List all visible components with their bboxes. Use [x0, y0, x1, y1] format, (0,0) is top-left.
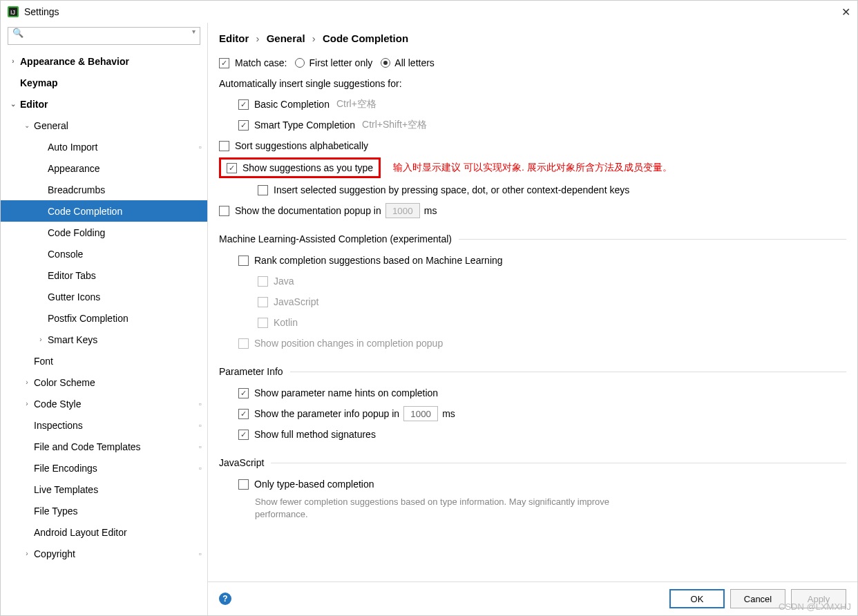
insert-selected-checkbox[interactable]: [258, 185, 268, 195]
basic-completion-checkbox[interactable]: [238, 99, 249, 110]
tree-item-smart-keys[interactable]: ›Smart Keys: [1, 329, 207, 350]
tree-item-editor[interactable]: ⌄Editor: [1, 93, 207, 115]
tree-label: Editor: [20, 99, 48, 110]
tree-item-gutter-icons[interactable]: Gutter Icons: [1, 286, 207, 307]
breadcrumb-item[interactable]: Editor: [219, 32, 249, 44]
page-badge-icon: ▫: [199, 399, 202, 409]
search-input[interactable]: 🔍 ▾: [8, 27, 200, 45]
tree-label: Code Completion: [48, 206, 122, 217]
ml-lang-checkbox: [258, 318, 268, 328]
tree-arrow-icon: ›: [23, 378, 31, 386]
param-popup-checkbox[interactable]: [238, 409, 249, 419]
tree-item-general[interactable]: ⌄General: [1, 115, 207, 136]
search-options-icon[interactable]: ▾: [192, 28, 196, 35]
param-delay-input[interactable]: [403, 406, 438, 421]
tree-item-keymap[interactable]: Keymap: [1, 72, 207, 93]
first-letter-radio[interactable]: [295, 58, 305, 68]
close-icon[interactable]: ✕: [841, 6, 850, 19]
tree-label: Editor Tabs: [48, 270, 96, 281]
help-icon[interactable]: ?: [219, 593, 231, 605]
cancel-button[interactable]: Cancel: [730, 589, 785, 608]
tree-label: Smart Keys: [48, 334, 97, 345]
tree-item-postfix-completion[interactable]: Postfix Completion: [1, 307, 207, 329]
tree-arrow-icon: ›: [37, 336, 45, 343]
tree-label: Postfix Completion: [48, 313, 128, 324]
tree-arrow-icon: ⌄: [9, 100, 17, 108]
page-badge-icon: ▫: [199, 421, 202, 430]
titlebar: IJ Settings ✕: [1, 1, 857, 23]
tree-arrow-icon: ›: [23, 400, 31, 407]
breadcrumb: Editor › General › Code Completion: [208, 23, 857, 51]
tree-label: Keymap: [20, 77, 57, 88]
tree-label: File Encodings: [34, 463, 97, 474]
tree-item-inspections[interactable]: Inspections▫: [1, 414, 207, 436]
ml-lang-checkbox: [258, 276, 268, 287]
breadcrumb-item: Code Completion: [323, 32, 408, 44]
tree-arrow-icon: ⌄: [23, 122, 31, 129]
tree-item-code-folding[interactable]: Code Folding: [1, 222, 207, 243]
search-icon: 🔍: [12, 28, 23, 38]
doc-delay-input[interactable]: [385, 203, 420, 218]
tree-arrow-icon: ›: [23, 550, 31, 557]
tree-label: Inspections: [34, 420, 83, 431]
ml-lang-checkbox: [258, 297, 268, 307]
full-sig-label: Show full method signatures: [254, 429, 376, 440]
ok-button[interactable]: OK: [669, 589, 725, 608]
ml-section-title: Machine Learning-Assisted Completion (ex…: [219, 233, 452, 244]
auto-insert-label: Automatically insert single suggestions …: [219, 78, 402, 89]
basic-completion-label: Basic Completion: [254, 99, 330, 110]
tree-label: Breadcrumbs: [48, 184, 105, 195]
sort-alpha-label: Sort suggestions alphabetically: [235, 140, 368, 151]
tree-item-file-types[interactable]: File Types: [1, 500, 207, 521]
annotation-text: 输入时显示建议 可以实现对象. 展示此对象所含方法及成员变量。: [393, 162, 672, 174]
tree-item-auto-import[interactable]: Auto Import▫: [1, 136, 207, 157]
only-type-label: Only type-based completion: [254, 479, 374, 490]
smart-completion-label: Smart Type Completion: [254, 119, 355, 131]
app-icon: IJ: [8, 6, 19, 17]
tree-label: General: [34, 120, 68, 131]
tree-label: Font: [34, 356, 53, 367]
rank-ml-checkbox[interactable]: [238, 256, 249, 266]
only-type-checkbox[interactable]: [238, 479, 249, 490]
match-case-checkbox[interactable]: [219, 58, 229, 68]
tree-label: Appearance & Behavior: [20, 56, 129, 67]
tree-item-live-templates[interactable]: Live Templates: [1, 479, 207, 500]
tree-label: File and Code Templates: [34, 441, 141, 452]
tree-label: Android Layout Editor: [34, 527, 127, 538]
page-badge-icon: ▫: [199, 549, 202, 559]
only-type-hint: Show fewer completion suggestions based …: [219, 496, 633, 521]
param-hints-label: Show parameter name hints on completion: [254, 387, 438, 398]
full-sig-checkbox[interactable]: [238, 430, 249, 440]
tree-label: Code Folding: [48, 227, 105, 238]
all-letters-radio[interactable]: [381, 58, 390, 68]
smart-completion-checkbox[interactable]: [238, 120, 249, 131]
tree-item-editor-tabs[interactable]: Editor Tabs: [1, 264, 207, 286]
show-doc-checkbox[interactable]: [219, 206, 229, 216]
tree-arrow-icon: ›: [9, 57, 17, 65]
apply-button[interactable]: Apply: [791, 589, 846, 608]
tree-item-copyright[interactable]: ›Copyright▫: [1, 543, 207, 564]
tree-item-code-style[interactable]: ›Code Style▫: [1, 393, 207, 414]
tree-label: Appearance: [48, 163, 100, 174]
show-suggestions-checkbox[interactable]: [227, 163, 237, 173]
tree-item-color-scheme[interactable]: ›Color Scheme: [1, 372, 207, 393]
param-hints-checkbox[interactable]: [238, 388, 249, 398]
tree-label: Auto Import: [48, 142, 97, 153]
tree-item-code-completion[interactable]: Code Completion: [1, 200, 207, 222]
tree-item-appearance-behavior[interactable]: ›Appearance & Behavior: [1, 50, 207, 72]
tree-item-file-encodings[interactable]: File Encodings▫: [1, 457, 207, 479]
breadcrumb-item[interactable]: General: [267, 32, 305, 44]
page-badge-icon: ▫: [199, 142, 202, 152]
tree-item-appearance[interactable]: Appearance: [1, 157, 207, 179]
first-letter-label: First letter only: [309, 57, 372, 68]
tree-item-console[interactable]: Console: [1, 243, 207, 264]
show-position-checkbox: [238, 338, 249, 349]
sidebar: 🔍 ▾ ›Appearance & BehaviorKeymap⌄Editor⌄…: [1, 23, 208, 615]
tree-item-breadcrumbs[interactable]: Breadcrumbs: [1, 179, 207, 200]
svg-text:IJ: IJ: [10, 9, 15, 16]
tree-item-android-layout-editor[interactable]: Android Layout Editor: [1, 521, 207, 543]
sort-alpha-checkbox[interactable]: [219, 141, 229, 151]
tree-item-file-and-code-templates[interactable]: File and Code Templates▫: [1, 436, 207, 457]
ml-lang-label: Java: [274, 276, 294, 287]
tree-item-font[interactable]: Font: [1, 350, 207, 372]
